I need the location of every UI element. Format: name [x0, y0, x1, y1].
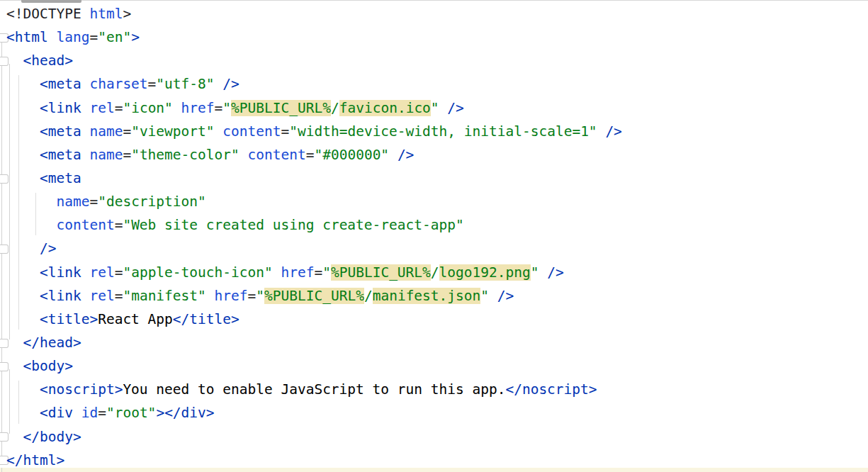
code-token [6, 217, 56, 233]
code-token: </head> [23, 335, 81, 351]
code-token: name [89, 147, 123, 163]
code-token [6, 147, 40, 163]
code-token: </title> [173, 311, 239, 327]
code-token: <head> [23, 52, 72, 69]
code-token: content [248, 147, 306, 163]
code-token: "utf-8" [156, 76, 214, 92]
code-token [6, 76, 40, 92]
code-token: > [156, 405, 164, 421]
code-token: / [331, 100, 339, 116]
code-token [489, 288, 497, 304]
code-line[interactable]: <meta name="theme-color" content="#00000… [6, 143, 622, 167]
injected-fragment-token: %PUBLIC_URL% [231, 100, 331, 116]
code-token: " [256, 288, 264, 304]
code-line[interactable]: <head> [6, 49, 622, 72]
code-token: = [115, 264, 123, 281]
code-token: <link [40, 288, 81, 304]
injected-fragment-token: logo192.png [439, 264, 531, 281]
code-line[interactable]: <link rel="icon" href="%PUBLIC_URL%/favi… [6, 96, 622, 120]
code-token: "en" [98, 29, 131, 45]
code-token: "manifest" [123, 288, 205, 304]
code-editor[interactable]: <!DOCTYPE html><html lang="en"> <head> <… [0, 0, 868, 472]
code-token: " [480, 288, 489, 304]
code-line[interactable]: content="Web site created using create-r… [6, 213, 622, 237]
code-token: "icon" [123, 100, 172, 116]
code-token: "viewport" [131, 123, 214, 140]
code-token: <body> [23, 358, 72, 374]
code-token: = [89, 29, 98, 45]
code-token: <div [40, 405, 73, 421]
code-token [6, 264, 40, 281]
cursor-line-highlight [0, 468, 868, 472]
code-token: rel [89, 288, 114, 304]
code-token: html [89, 6, 123, 22]
code-line[interactable]: <!DOCTYPE html> [6, 2, 622, 26]
code-token: <title> [40, 311, 98, 327]
fold-region-line [1, 468, 3, 472]
code-token [81, 100, 90, 116]
code-line[interactable]: </head> [6, 331, 622, 354]
code-token: <!DOCTYPE [6, 6, 81, 22]
code-line[interactable]: <html lang="en"> [6, 26, 622, 49]
code-token: /> [40, 240, 56, 257]
code-token [597, 123, 606, 140]
code-token: = [248, 288, 257, 304]
code-line[interactable]: <noscript>You need to enable JavaScript … [6, 378, 622, 401]
code-token: "width=device-width, initial-scale=1" [289, 123, 597, 140]
code-token [81, 76, 90, 92]
code-line[interactable]: <link rel="apple-touch-icon" href="%PUBL… [6, 261, 622, 284]
code-token [81, 288, 90, 304]
code-token [81, 6, 90, 22]
injected-fragment-token: manifest.json [373, 288, 481, 304]
code-token: <meta [40, 170, 81, 186]
code-token: lang [56, 29, 89, 45]
code-token: <link [40, 100, 81, 116]
code-token: href [215, 288, 248, 304]
code-token: = [123, 123, 131, 140]
code-line[interactable]: <div id="root"></div> [6, 401, 622, 425]
code-token: " [431, 100, 439, 116]
code-token: <meta [40, 147, 81, 163]
code-line[interactable]: <link rel="manifest" href="%PUBLIC_URL%/… [6, 284, 622, 308]
code-token: = [306, 147, 315, 163]
code-token: " [531, 264, 539, 281]
code-token [6, 358, 23, 374]
code-token: <link [40, 264, 81, 281]
injected-fragment-token: favicon.ico [339, 100, 431, 116]
code-token: /> [547, 264, 563, 281]
code-line[interactable]: <title>React App</title> [6, 308, 622, 331]
code-line[interactable]: <meta charset="utf-8" /> [6, 72, 622, 96]
code-token: name [56, 193, 89, 210]
code-token: " [322, 264, 331, 281]
code-token: React App [98, 311, 173, 327]
code-token: = [123, 147, 131, 163]
code-token [6, 240, 40, 257]
code-line[interactable]: </body> [6, 425, 622, 449]
code-line[interactable]: <body> [6, 354, 622, 378]
code-token: name [89, 123, 123, 140]
code-token: href [181, 100, 215, 116]
code-token: / [364, 288, 373, 304]
code-token [81, 264, 90, 281]
code-line[interactable]: <meta [6, 167, 622, 190]
code-token [81, 123, 90, 140]
code-line[interactable]: /> [6, 237, 622, 260]
code-token: content [222, 123, 281, 140]
code-token: /> [447, 100, 463, 116]
code-token [389, 147, 398, 163]
code-token [6, 52, 23, 69]
code-token: / [431, 264, 439, 281]
code-token: <meta [40, 123, 81, 140]
code-token: /> [605, 123, 621, 140]
code-token: href [281, 264, 314, 281]
code-token [6, 193, 56, 210]
code-text-area[interactable]: <!DOCTYPE html><html lang="en"> <head> <… [6, 2, 622, 472]
code-token: <html [6, 29, 48, 45]
code-token [206, 288, 215, 304]
code-line[interactable]: name="description" [6, 190, 622, 213]
code-token: = [215, 100, 223, 116]
code-line[interactable]: <meta name="viewport" content="width=dev… [6, 120, 622, 143]
code-token [6, 335, 23, 351]
code-token: /> [398, 147, 414, 163]
code-token: rel [89, 100, 114, 116]
